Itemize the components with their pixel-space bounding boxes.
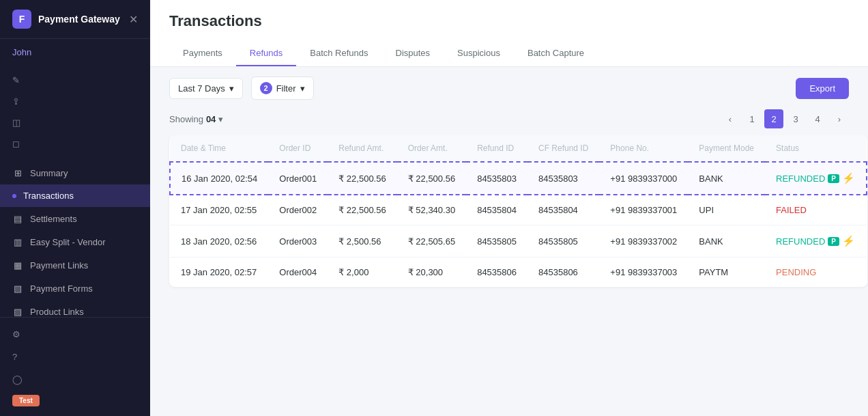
table-row[interactable]: 17 Jan 2020, 02:55 Order002 ₹ 22,500.56 …	[170, 195, 867, 225]
cell-datetime: 18 Jan 2020, 02:56	[170, 225, 268, 258]
sidebar-item-summary[interactable]: ⊞ Summary	[0, 161, 150, 184]
sidebar-item-product-links[interactable]: ▨ Product Links	[0, 300, 150, 317]
tab-disputes[interactable]: Disputes	[382, 41, 444, 66]
sidebar-nav: ⊞ Summary Transactions ▤ Settlements ▥ E…	[0, 158, 150, 317]
sidebar-title: Payment Gateway	[38, 14, 120, 25]
pagination-page-1[interactable]: 1	[742, 109, 762, 128]
tabs: Payments Refunds Batch Refunds Disputes …	[169, 41, 849, 66]
sidebar-quick-person[interactable]: ◻	[0, 133, 150, 154]
col-phone: Phone No.	[599, 135, 688, 162]
help-button[interactable]: ?	[0, 346, 150, 368]
sidebar-quick-chart[interactable]: ◫	[0, 112, 150, 133]
chevron-down-icon: ▾	[229, 83, 234, 94]
col-refund-amt: Refund Amt.	[328, 135, 396, 162]
showing-label: Showing	[169, 114, 203, 124]
cell-datetime: 17 Jan 2020, 02:55	[170, 195, 268, 225]
pagination-page-2[interactable]: 2	[764, 109, 783, 128]
grid-icon: ⊞	[12, 167, 23, 178]
cell-orderid: Order001	[268, 162, 328, 195]
sidebar-user: John	[0, 39, 150, 66]
col-orderid: Order ID	[268, 135, 328, 162]
nav-label-settlements: Settlements	[30, 214, 77, 224]
tab-refunds[interactable]: Refunds	[236, 41, 296, 66]
nav-label-product-links: Product Links	[30, 307, 84, 317]
filter-chevron-icon: ▾	[300, 83, 305, 94]
share-icon: ⇪	[12, 96, 20, 107]
cell-refund-amt: ₹ 22,500.56	[328, 162, 396, 195]
cell-refund-id: 84535806	[466, 258, 527, 288]
cell-cf-refund-id: 84535806	[527, 258, 599, 288]
tab-payments[interactable]: Payments	[169, 41, 236, 66]
sidebar-item-easy-split[interactable]: ▥ Easy Split - Vendor	[0, 230, 150, 253]
cell-payment-mode: BANK	[688, 225, 765, 258]
help-icon: ?	[12, 352, 17, 362]
status-badge: FAILED	[776, 205, 807, 215]
logo-icon: F	[12, 10, 31, 29]
cell-refund-amt: ₹ 2,500.56	[328, 225, 396, 258]
split-icon: ▥	[12, 236, 23, 247]
filter-count-badge: 2	[260, 82, 272, 94]
toolbar: Last 7 Days ▾ 2 Filter ▾ Export	[150, 67, 868, 109]
pagination-prev[interactable]: ‹	[721, 109, 740, 128]
col-status: Status	[765, 135, 867, 162]
pagination-next[interactable]: ›	[830, 109, 849, 128]
sidebar-quick-edit[interactable]: ✎	[0, 70, 150, 91]
sidebar-item-transactions[interactable]: Transactions	[0, 184, 150, 207]
cell-order-amt: ₹ 20,300	[397, 258, 466, 288]
status-badge: REFUNDED	[776, 174, 825, 184]
cell-refund-amt: ₹ 22,500.56	[328, 195, 396, 225]
date-filter-label: Last 7 Days	[178, 83, 225, 94]
settings-button[interactable]: ⚙	[0, 323, 150, 346]
col-refund-id: Refund ID	[466, 135, 527, 162]
filter-label: Filter	[276, 83, 296, 94]
nav-label-payment-links: Payment Links	[30, 260, 88, 271]
lightning-icon: ⚡	[842, 235, 855, 247]
cell-orderid: Order002	[268, 195, 328, 225]
showing-chevron-icon[interactable]: ▾	[218, 114, 223, 124]
wallet-icon: ▤	[12, 213, 23, 224]
table-container: Date & Time Order ID Refund Amt. Order A…	[150, 135, 868, 416]
sidebar-quick-share[interactable]: ⇪	[0, 91, 150, 112]
pagination-page-4[interactable]: 4	[808, 109, 827, 128]
showing-count: 04	[206, 114, 216, 124]
col-cf-refund-id: CF Refund ID	[527, 135, 599, 162]
sidebar-item-payment-forms[interactable]: ▧ Payment Forms	[0, 277, 150, 300]
nav-label-summary: Summary	[30, 168, 68, 178]
cell-order-amt: ₹ 22,500.56	[397, 162, 466, 195]
cell-cf-refund-id: 84535805	[527, 225, 599, 258]
link-icon: ▦	[12, 260, 23, 271]
close-icon[interactable]: ✕	[129, 13, 138, 26]
user-button[interactable]: ◯	[0, 368, 150, 391]
main-header: Transactions Payments Refunds Batch Refu…	[150, 0, 868, 67]
cell-phone: +91 9839337002	[599, 225, 688, 258]
sidebar: F Payment Gateway ✕ John ✎ ⇪ ◫ ◻ ⊞ Summa…	[0, 0, 150, 416]
pagination-page-3[interactable]: 3	[786, 109, 805, 128]
cell-cf-refund-id: 84535804	[527, 195, 599, 225]
person-icon: ◻	[12, 139, 20, 149]
cell-orderid: Order004	[268, 258, 328, 288]
table-row[interactable]: 19 Jan 2020, 02:57 Order004 ₹ 2,000 ₹ 20…	[170, 258, 867, 288]
status-badge: REFUNDED	[776, 236, 825, 247]
filter-button[interactable]: 2 Filter ▾	[251, 77, 314, 100]
table-row[interactable]: 18 Jan 2020, 02:56 Order003 ₹ 2,500.56 ₹…	[170, 225, 867, 258]
test-badge: Test	[12, 395, 40, 406]
table-row[interactable]: 16 Jan 2020, 02:54 Order001 ₹ 22,500.56 …	[170, 162, 867, 195]
showing-text: Showing 04 ▾	[169, 114, 223, 124]
date-filter-dropdown[interactable]: Last 7 Days ▾	[169, 78, 243, 99]
cell-phone: +91 9839337000	[599, 162, 688, 195]
cell-refund-id: 84535804	[466, 195, 527, 225]
nav-label-transactions: Transactions	[23, 191, 74, 201]
tab-batch-refunds[interactable]: Batch Refunds	[296, 41, 381, 66]
sidebar-icon-strip: ✎ ⇪ ◫ ◻	[0, 66, 150, 158]
sidebar-item-payment-links[interactable]: ▦ Payment Links	[0, 253, 150, 277]
sidebar-item-settlements[interactable]: ▤ Settlements	[0, 207, 150, 230]
cell-phone: +91 9839337001	[599, 195, 688, 225]
edit-icon: ✎	[12, 75, 20, 85]
tab-batch-capture[interactable]: Batch Capture	[514, 41, 598, 66]
pagination: ‹ 1 2 3 4 ›	[721, 109, 849, 128]
cell-payment-mode: PAYTM	[688, 258, 765, 288]
export-button[interactable]: Export	[796, 78, 849, 99]
tab-suspicious[interactable]: Suspicious	[444, 41, 514, 66]
settings-icon: ⚙	[12, 329, 20, 339]
cell-refund-id: 84535805	[466, 225, 527, 258]
